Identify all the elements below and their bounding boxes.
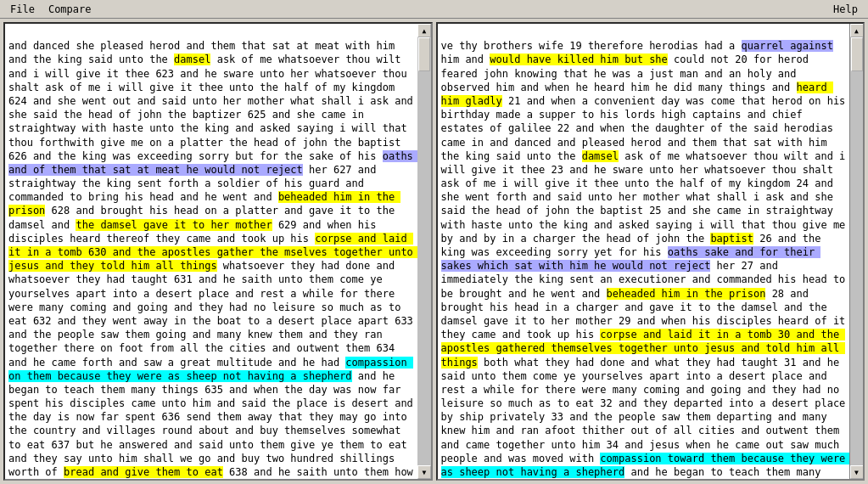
file-menu[interactable]: File [3,2,42,17]
left-text-content[interactable]: and danced she pleased herod and them th… [5,24,417,479]
help-menu[interactable]: Help [826,2,865,17]
right-scroll-track[interactable] [850,37,864,465]
compare-menu[interactable]: Compare [42,2,98,17]
right-scroll-thumb[interactable] [851,37,863,71]
left-scroll-up[interactable]: ▲ [417,24,431,37]
main-area: and danced she pleased herod and them th… [0,19,868,484]
left-panel: and danced she pleased herod and them th… [3,22,433,481]
right-scrollbar[interactable]: ▲ ▼ [849,24,863,479]
left-scroll-thumb[interactable] [418,37,430,71]
right-text-content[interactable]: ve thy brothers wife 19 therefore herodi… [438,24,850,479]
right-panel: ve thy brothers wife 19 therefore herodi… [436,22,865,481]
right-scroll-down[interactable]: ▼ [850,465,864,479]
right-scroll-up[interactable]: ▲ [850,24,864,37]
left-scroll-track[interactable] [417,37,431,465]
titlebar: File Compare Help [0,0,868,19]
left-scrollbar[interactable]: ▲ ▼ [417,24,431,479]
left-scroll-down[interactable]: ▼ [417,465,431,479]
